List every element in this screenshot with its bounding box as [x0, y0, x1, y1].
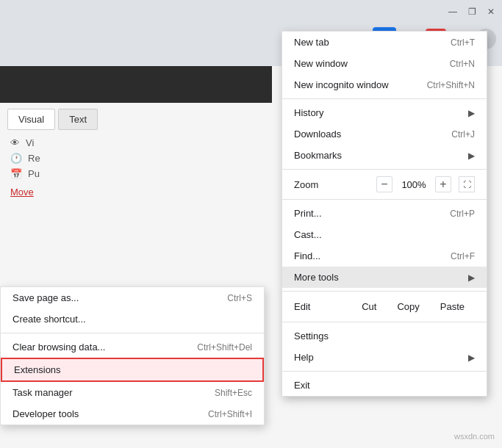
menu-divider-2 — [282, 169, 487, 170]
menu-label-new-tab: New tab — [294, 37, 329, 48]
left-menu-shortcut-devtools: Ctrl+Shift+I — [208, 409, 252, 419]
cut-button[interactable]: Cut — [351, 297, 387, 316]
left-menu-label-devtools: Developer tools — [12, 408, 79, 419]
menu-divider-4 — [282, 291, 487, 292]
menu-label-more-tools: More tools — [294, 272, 339, 283]
zoom-fullscreen-button[interactable]: ⛶ — [459, 176, 475, 192]
menu-shortcut-new-tab: Ctrl+T — [451, 37, 475, 48]
history-text: Re — [28, 153, 40, 164]
context-menu: New tab Ctrl+T New window Ctrl+N New inc… — [282, 31, 487, 397]
menu-item-new-window[interactable]: New window Ctrl+N — [282, 53, 487, 74]
menu-shortcut-downloads: Ctrl+J — [451, 129, 475, 140]
zoom-in-button[interactable]: + — [435, 176, 451, 192]
zoom-row: Zoom − 100% + ⛶ — [282, 173, 487, 196]
menu-item-bookmarks[interactable]: Bookmarks ▶ — [282, 145, 487, 166]
calendar-text: Pu — [28, 168, 40, 179]
menu-item-settings[interactable]: Settings — [282, 325, 487, 347]
menu-divider-6 — [282, 371, 487, 372]
left-menu-item-clear[interactable]: Clear browsing data... Ctrl+Shift+Del — [1, 336, 264, 358]
left-menu-item-save[interactable]: Save page as... Ctrl+S — [1, 287, 264, 308]
edit-buttons: Cut Copy Paste — [351, 297, 475, 316]
menu-item-cast[interactable]: Cast... — [282, 224, 487, 245]
menu-item-help[interactable]: Help ▶ — [282, 347, 487, 368]
left-menu-shortcut-task-manager: Shift+Esc — [215, 388, 252, 398]
menu-item-new-tab[interactable]: New tab Ctrl+T — [282, 32, 487, 53]
left-menu-label-extensions: Extensions — [14, 364, 61, 375]
edit-label: Edit — [294, 301, 351, 312]
close-button[interactable]: ✕ — [486, 7, 496, 17]
menu-item-downloads[interactable]: Downloads Ctrl+J — [282, 123, 487, 145]
history-icon: 🕐 — [10, 153, 22, 164]
menu-label-settings: Settings — [294, 330, 329, 342]
left-menu-item-devtools[interactable]: Developer tools Ctrl+Shift+I — [1, 403, 264, 424]
menu-label-new-window: New window — [294, 58, 348, 69]
menu-shortcut-find: Ctrl+F — [451, 251, 475, 261]
left-menu-item-task-manager[interactable]: Task manager Shift+Esc — [1, 382, 264, 403]
maximize-button[interactable]: ❐ — [467, 7, 477, 17]
menu-divider-5 — [282, 322, 487, 322]
menu-label-history: History — [294, 107, 323, 118]
zoom-control: − 100% + ⛶ — [376, 176, 475, 192]
left-menu-label-shortcut: Create shortcut... — [12, 314, 86, 325]
menu-item-history[interactable]: History ▶ — [282, 102, 487, 123]
menu-item-incognito[interactable]: New incognito window Ctrl+Shift+N — [282, 74, 487, 95]
dark-header-bar — [0, 66, 272, 103]
menu-arrow-bookmarks: ▶ — [468, 151, 475, 161]
zoom-percentage: 100% — [400, 179, 428, 190]
eye-text: Vi — [26, 137, 34, 148]
menu-item-find[interactable]: Find... Ctrl+F — [282, 245, 487, 267]
menu-shortcut-new-window: Ctrl+N — [450, 59, 475, 69]
menu-divider-1 — [282, 98, 487, 99]
left-menu-item-shortcut[interactable]: Create shortcut... — [1, 308, 264, 330]
left-menu-label-clear: Clear browsing data... — [12, 342, 105, 353]
menu-label-cast: Cast... — [294, 229, 322, 240]
menu-arrow-more-tools: ▶ — [468, 272, 475, 283]
left-menu-shortcut-save: Ctrl+S — [227, 293, 252, 303]
menu-label-print: Print... — [294, 208, 322, 219]
left-menu-item-extensions[interactable]: Extensions — [1, 358, 264, 382]
zoom-out-button[interactable]: − — [376, 176, 392, 192]
left-context-menu: Save page as... Ctrl+S Create shortcut..… — [0, 286, 265, 425]
copy-button[interactable]: Copy — [387, 297, 429, 316]
menu-label-downloads: Downloads — [294, 129, 341, 140]
menu-item-exit[interactable]: Exit — [282, 375, 487, 396]
eye-icon: 👁 — [10, 137, 20, 148]
zoom-label: Zoom — [294, 179, 370, 190]
tab-text[interactable]: Text — [58, 109, 98, 130]
menu-label-exit: Exit — [294, 380, 310, 391]
menu-label-incognito: New incognito window — [294, 79, 389, 90]
edit-row: Edit Cut Copy Paste — [282, 295, 487, 319]
menu-divider-3 — [282, 199, 487, 200]
menu-label-find: Find... — [294, 250, 320, 261]
left-menu-label-task-manager: Task manager — [12, 387, 73, 398]
minimize-button[interactable]: — — [448, 7, 458, 17]
tab-visual[interactable]: Visual — [7, 109, 55, 130]
menu-shortcut-print: Ctrl+P — [450, 209, 475, 219]
left-menu-divider — [1, 333, 264, 333]
paste-button[interactable]: Paste — [430, 297, 475, 316]
calendar-icon: 📅 — [10, 168, 22, 179]
menu-item-more-tools[interactable]: More tools ▶ — [282, 267, 487, 288]
left-menu-shortcut-clear: Ctrl+Shift+Del — [197, 342, 252, 353]
title-bar: — ❐ ✕ — [0, 0, 502, 24]
menu-arrow-help: ▶ — [468, 353, 475, 363]
left-menu-label-save: Save page as... — [12, 292, 79, 303]
menu-item-print[interactable]: Print... Ctrl+P — [282, 203, 487, 224]
menu-arrow-history: ▶ — [468, 108, 475, 118]
brand-watermark: wsxdn.com — [454, 432, 495, 441]
menu-label-help: Help — [294, 352, 314, 363]
menu-shortcut-incognito: Ctrl+Shift+N — [427, 80, 475, 90]
menu-label-bookmarks: Bookmarks — [294, 150, 342, 161]
